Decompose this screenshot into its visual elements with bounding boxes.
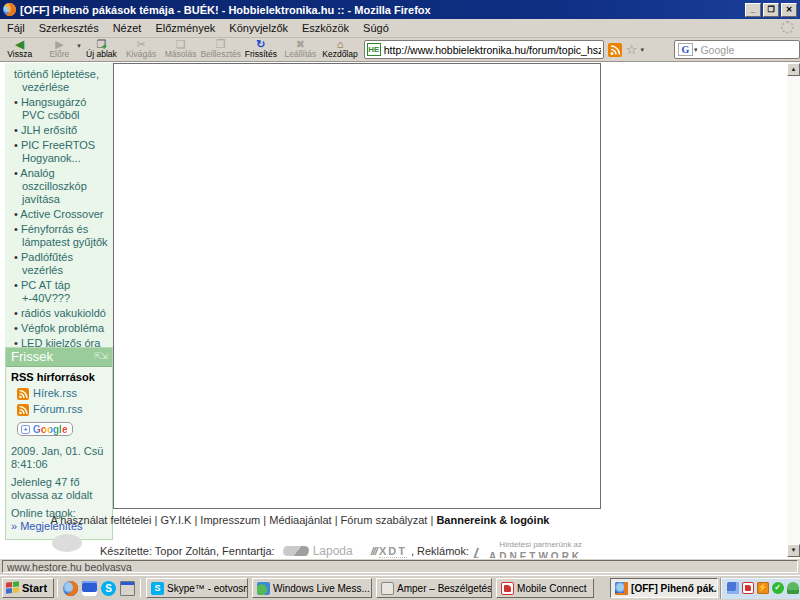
forward-button[interactable]: ▶ Előre [40, 38, 80, 61]
footer-separator: | [154, 514, 157, 526]
footer-separator: | [194, 514, 197, 526]
adnetwork-link[interactable]: ADNETWORK [489, 551, 582, 558]
task-button-mobile-connect[interactable]: Mobile Connect [496, 578, 594, 598]
lapoda-link[interactable]: Lapoda [313, 544, 353, 558]
rss-icon [17, 404, 29, 416]
adnetwork-block[interactable]: Hirdetési partnerünk az ADNETWORK [475, 540, 582, 558]
partner-caption: Hirdetési partnerünk az [475, 540, 582, 549]
skype-icon [151, 582, 164, 595]
task-button-skype[interactable]: Skype™ - eotvosm [146, 578, 248, 598]
xdt-logo-icon: /// [371, 545, 377, 557]
scroll-down-button[interactable]: ▼ [787, 544, 800, 557]
menu-tools[interactable]: Eszközök [295, 20, 356, 36]
footer-link-faq[interactable]: GY.I.K [160, 514, 191, 526]
paste-button[interactable]: ❒ Beillesztés [200, 38, 241, 61]
feed-link-hirek[interactable]: Hírek.rss [17, 387, 107, 400]
scroll-up-button[interactable]: ▲ [787, 63, 800, 76]
sidebar-topic-link[interactable]: Padlófűtés vezérlés [22, 251, 108, 277]
footer-link-terms[interactable]: A használat feltételei [51, 514, 152, 526]
task-button-amper[interactable]: Amper – Beszélgetés [376, 578, 492, 598]
chat-icon [381, 582, 394, 595]
status-text: www.hestore.hu beolvasva [2, 560, 798, 573]
fresh-panel-title: Frissek [11, 350, 53, 363]
copy-button[interactable]: ❏ Másolás [161, 38, 201, 61]
mobile-connect-icon [501, 582, 514, 595]
footer-link-banners[interactable]: Bannereink & logóink [436, 514, 549, 526]
tray-download-manager-icon[interactable] [757, 582, 769, 594]
quicklaunch-firefox-icon[interactable] [63, 581, 78, 596]
start-button[interactable]: Start [2, 578, 54, 598]
stop-button[interactable]: ✖ Leállítás [281, 38, 321, 61]
bookmark-star-icon[interactable]: ☆ [626, 42, 638, 57]
feed-link-forum[interactable]: Fórum.rss [17, 403, 107, 416]
tray-update-ok-icon[interactable] [772, 582, 784, 594]
firefox-icon [615, 582, 628, 595]
activity-throbber-icon [781, 21, 794, 34]
back-button[interactable]: ◀ Vissza [0, 38, 40, 61]
search-engine-icon[interactable]: G [678, 43, 693, 56]
task-button-firefox-active[interactable]: [OFF] Pihenő pák... [610, 578, 718, 598]
fresh-panel: Frissek ⇱⇲ RSS hírforrások Hírek.rss Fór… [5, 347, 113, 540]
vertical-scrollbar[interactable]: ▲ ▼ [787, 62, 800, 558]
server-datetime: 2009. Jan, 01. Csü 8:41:06 [11, 445, 107, 471]
history-dropdown-icon[interactable]: ▾ [77, 42, 81, 50]
location-bar: HE [364, 40, 604, 59]
ads-label: , Reklámok: [411, 545, 469, 557]
lapoda-logo-icon[interactable] [281, 546, 310, 556]
tray-user-online-icon[interactable] [787, 582, 799, 594]
sidebar-topic-link[interactable]: történő léptetése, vezérlése [22, 68, 108, 94]
quicklaunch-window-icon[interactable] [120, 581, 135, 596]
tray-messenger-icon[interactable] [727, 582, 739, 594]
footer-separator: | [430, 514, 433, 526]
restore-button[interactable]: ❐ [763, 3, 779, 17]
footer-links: A használat feltételei | GY.I.K | Impres… [0, 514, 600, 526]
collapse-icon[interactable]: ⇱⇲ [94, 350, 107, 363]
new-window-button[interactable]: ❐ Új ablak [82, 38, 122, 61]
firefox-icon [3, 3, 16, 16]
home-button[interactable]: ⌂ Kezdőlap [320, 38, 360, 61]
footer-separator: | [263, 514, 266, 526]
menu-edit[interactable]: Szerkesztés [32, 20, 106, 36]
search-engine-dropdown-icon[interactable]: ▾ [694, 46, 698, 54]
adnetwork-logo-icon [473, 547, 487, 558]
menu-file[interactable]: Fájl [0, 20, 32, 36]
page-viewport: történő léptetése, vezérlése Hangsugárzó… [0, 62, 800, 558]
sidebar-topic-link[interactable]: Végfok probléma [22, 322, 108, 335]
url-input[interactable] [381, 42, 601, 57]
window-title: [OFF] Pihenö pákások témája - BUÉK! - Ho… [20, 4, 743, 16]
close-button[interactable]: ✕ [781, 3, 797, 17]
sidebar-topic-link[interactable]: PC AT táp +-40V??? [22, 279, 108, 305]
cut-button[interactable]: ✂ Kivágás [121, 38, 161, 61]
sidebar-topic-link[interactable]: Fényforrás és lámpatest gyűjtők [22, 223, 108, 249]
plus-icon: + [21, 425, 30, 434]
sidebar-topic-link[interactable]: JLH erősítő [22, 124, 108, 137]
menu-bookmarks[interactable]: Könyvjelzők [222, 20, 295, 36]
sidebar-topic-link[interactable]: PIC FreeRTOS Hogyanok... [22, 139, 108, 165]
menu-history[interactable]: Előzmények [148, 20, 222, 36]
sidebar-topic-link[interactable]: Analóg oszcilloszkóp javítása [22, 167, 108, 206]
menu-view[interactable]: Nézet [106, 20, 149, 36]
refresh-button[interactable]: ↻ Frissítés [241, 38, 281, 61]
fresh-panel-header: Frissek ⇱⇲ [6, 348, 112, 367]
add-to-google-button[interactable]: + Google [17, 422, 73, 436]
taskbar-divider [140, 579, 141, 597]
sidebar-topic-link[interactable]: Hangsugárzó PVC csőből [22, 96, 108, 122]
footer-link-rules[interactable]: Fórum szabályzat [341, 514, 428, 526]
footer-link-media[interactable]: Médiaajánlat [269, 514, 331, 526]
readers-count: Jelenleg 47 fő olvassa az oldalt [11, 476, 107, 502]
tray-mobile-connect-icon[interactable] [742, 582, 754, 594]
windows-taskbar: Start Skype™ - eotvosm Windows Live Mess… [0, 575, 800, 600]
minimize-button[interactable]: _ [745, 3, 761, 17]
google-logo: Google [33, 423, 67, 436]
footer-link-impressum[interactable]: Impresszum [200, 514, 260, 526]
xdt-link[interactable]: XDT [379, 545, 407, 558]
menu-help[interactable]: Súgó [356, 20, 396, 36]
task-button-messenger[interactable]: Windows Live Mess... [252, 578, 372, 598]
sidebar-topic-link[interactable]: rádiós vakukioldó [22, 307, 108, 320]
quicklaunch-disk-icon[interactable] [82, 581, 97, 596]
url-dropdown-icon[interactable]: ▾ [640, 46, 644, 54]
sidebar-topic-link[interactable]: Active Crossover [22, 208, 108, 221]
quicklaunch-skype-icon[interactable] [101, 581, 116, 596]
rss-feed-icon[interactable] [608, 43, 622, 57]
search-input[interactable] [700, 42, 800, 57]
